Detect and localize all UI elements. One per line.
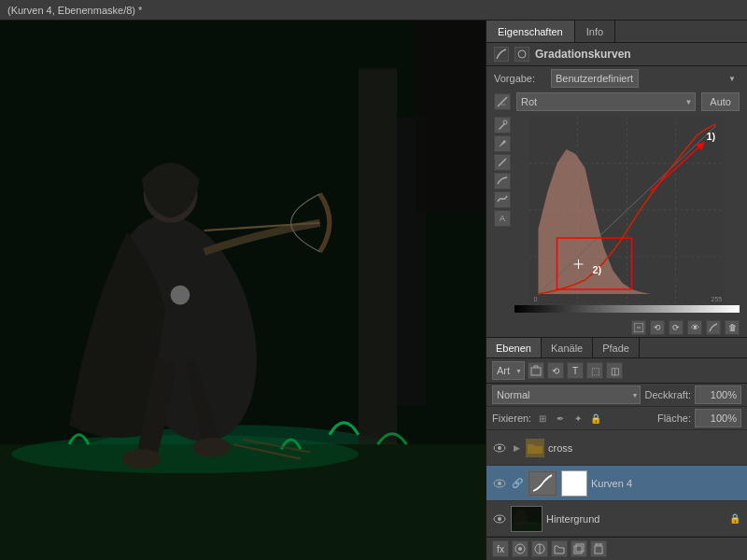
svg-point-20 xyxy=(503,120,507,124)
layers-bottom-delete[interactable] xyxy=(590,540,607,557)
curves-svg: 1) 2) 0 255 xyxy=(514,117,740,303)
svg-text:255: 255 xyxy=(712,296,723,302)
main-layout: Eigenschaften Info xyxy=(0,21,747,560)
layers-toolbar: Art ⟲ T ⬚ ◫ xyxy=(486,358,747,384)
layer-tool-icon-1[interactable] xyxy=(528,362,544,379)
tab-eigenschaften[interactable]: Eigenschaften xyxy=(486,21,575,42)
fix-icon-brush[interactable]: ✒ xyxy=(553,411,568,426)
flaeche-input[interactable] xyxy=(695,409,741,427)
svg-rect-56 xyxy=(574,546,582,553)
channel-select-wrapper: Rot Grün Blau RGB xyxy=(516,92,696,111)
svg-point-51 xyxy=(514,509,528,530)
channel-select[interactable]: Rot Grün Blau RGB xyxy=(516,92,696,111)
panel-tabs: Eigenschaften Info xyxy=(486,21,747,43)
vorgabe-select[interactable]: Benutzerdefiniert xyxy=(551,69,639,88)
tab-ebenen[interactable]: Ebenen xyxy=(486,338,542,357)
svg-rect-2 xyxy=(359,69,397,455)
fix-icon-pos[interactable]: ✦ xyxy=(571,411,585,426)
svg-rect-58 xyxy=(595,546,602,553)
tab-info[interactable]: Info xyxy=(575,21,615,42)
fix-icon-all[interactable]: 🔒 xyxy=(588,411,603,426)
svg-rect-16 xyxy=(515,48,529,61)
layer-folder-icon-cross xyxy=(526,439,544,457)
tab-kanaele[interactable]: Kanäle xyxy=(542,338,593,357)
layer-item-kurven4[interactable]: 🔗 Kurven 4 xyxy=(486,466,747,501)
title-text: (Kurven 4, Ebenenmaske/8) * xyxy=(7,5,142,16)
layer-lock-hintergrund: 🔒 xyxy=(728,512,741,525)
curves-bottom-icon-3[interactable]: ⟳ xyxy=(669,320,684,335)
svg-point-6 xyxy=(11,435,359,473)
curves-bottom-icon-6[interactable]: 🗑 xyxy=(725,320,740,335)
layers-bottom: fx xyxy=(486,537,747,560)
scene-svg xyxy=(0,21,486,560)
text-tool[interactable]: A xyxy=(494,210,511,227)
canvas-image xyxy=(0,21,486,560)
fix-icons: ⊞ ✒ ✦ 🔒 xyxy=(535,411,654,426)
layer-thumb-kurven4 xyxy=(528,470,557,497)
layer-thumb-hintergrund xyxy=(511,506,543,532)
layer-expand-cross[interactable]: ▶ xyxy=(511,442,522,454)
layer-eye-kurven4[interactable] xyxy=(492,476,507,491)
layers-panel: Ebenen Kanäle Pfade Art xyxy=(486,338,747,560)
layer-name-kurven4: Kurven 4 xyxy=(591,478,741,489)
vorgabe-row: Vorgabe: Benutzerdefiniert xyxy=(486,66,747,91)
canvas-area xyxy=(0,21,486,560)
layers-bottom-mask[interactable] xyxy=(512,540,529,557)
blend-row: Normal Deckkraft: xyxy=(486,384,747,407)
layers-bottom-new[interactable] xyxy=(571,540,587,557)
svg-point-10 xyxy=(122,449,161,469)
svg-point-44 xyxy=(498,482,501,485)
layers-bottom-adjustment[interactable] xyxy=(531,540,548,557)
smooth-tool[interactable] xyxy=(494,191,511,208)
svg-rect-57 xyxy=(576,544,584,552)
layer-item-cross[interactable]: ▶ cross xyxy=(486,430,747,466)
line-tool[interactable] xyxy=(494,154,511,171)
flaeche-label: Fläche: xyxy=(657,413,691,424)
curves-type-icon xyxy=(514,47,529,62)
fix-row: Fixieren: ⊞ ✒ ✦ 🔒 Fläche: xyxy=(486,407,747,430)
point-tool[interactable] xyxy=(494,135,511,152)
title-bar: (Kurven 4, Ebenenmaske/8) * xyxy=(0,0,747,21)
layer-link-kurven4[interactable]: 🔗 xyxy=(511,477,524,490)
curves-graph-container[interactable]: 1) 2) 0 255 xyxy=(514,117,740,315)
auto-button[interactable]: Auto xyxy=(701,92,740,111)
opacity-input[interactable] xyxy=(695,385,741,404)
svg-line-21 xyxy=(499,159,506,166)
svg-point-53 xyxy=(518,547,522,551)
curves-bottom: ⟲ ⟳ 👁 🗑 xyxy=(486,318,747,338)
svg-point-48 xyxy=(498,517,501,521)
layer-eye-hintergrund[interactable] xyxy=(492,511,507,526)
layer-name-cross: cross xyxy=(548,442,741,454)
curves-title: Gradationskurven xyxy=(535,48,631,61)
curves-tools: A xyxy=(494,117,511,315)
layer-tool-icon-2[interactable]: ⟲ xyxy=(547,362,564,379)
curves-bottom-icon-1[interactable] xyxy=(631,320,646,335)
channel-row: Rot Grün Blau RGB Auto xyxy=(486,91,747,113)
opacity-label: Deckkraft: xyxy=(644,389,691,400)
curves-bottom-icon-4[interactable]: 👁 xyxy=(687,320,702,335)
curves-header: Gradationskurven xyxy=(486,43,747,66)
layers-bottom-group[interactable] xyxy=(551,540,568,557)
layers-bottom-fx[interactable]: fx xyxy=(492,540,509,557)
layer-tool-icon-4[interactable]: ⬚ xyxy=(586,362,603,379)
art-select-wrapper: Art xyxy=(492,361,525,380)
fix-label: Fixieren: xyxy=(492,413,531,424)
layer-item-hintergrund[interactable]: Hintergrund 🔒 xyxy=(486,501,747,537)
vorgabe-label: Vorgabe: xyxy=(494,73,545,84)
curves-icon xyxy=(494,47,509,62)
fix-icon-move[interactable]: ⊞ xyxy=(535,411,550,426)
layer-eye-cross[interactable] xyxy=(492,441,507,455)
curve-tool[interactable] xyxy=(494,173,511,189)
x-axis-gradient xyxy=(514,305,740,313)
art-select[interactable]: Art xyxy=(492,361,525,380)
svg-point-12 xyxy=(171,286,190,305)
svg-text:1): 1) xyxy=(707,131,716,142)
channel-icon[interactable] xyxy=(494,93,511,110)
blend-mode-select[interactable]: Normal xyxy=(492,385,641,404)
curves-bottom-icon-2[interactable]: ⟲ xyxy=(650,320,665,335)
layer-tool-icon-5[interactable]: ◫ xyxy=(606,362,623,379)
layer-tool-icon-3[interactable]: T xyxy=(567,362,584,379)
eyedropper-tool[interactable] xyxy=(494,117,511,133)
tab-pfade[interactable]: Pfade xyxy=(593,338,640,357)
curves-bottom-icon-5[interactable] xyxy=(706,320,721,335)
